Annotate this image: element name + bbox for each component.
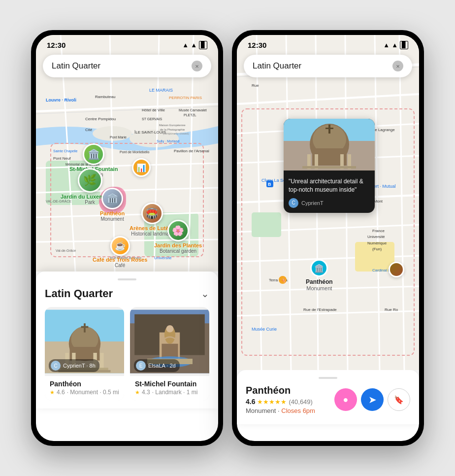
right-status-bar: 12:30 ▲ ▲ ▊ [237,35,419,52]
svg-text:Hôtel de Ville: Hôtel de Ville [142,108,165,112]
svg-text:(Fun): (Fun) [372,247,382,251]
right-close-icon: × [396,63,400,70]
jardin-marker-type: Botanical garden [160,248,196,254]
right-rating-count: (40,649) [289,398,312,406]
svg-text:(temporarily closed): (temporarily closed) [163,132,189,135]
directions-button[interactable]: ➤ [361,388,384,411]
fun-marker[interactable] [389,262,404,277]
svg-text:PERROTIN PARIS: PERROTIN PARIS [169,96,202,100]
right-status-icons: ▲ ▲ ▊ [383,41,408,49]
right-wifi-icon: ▲ [383,41,390,49]
svg-text:Sully · Morland: Sully · Morland [157,139,179,143]
right-search-bar[interactable]: Latin Quarter × [244,55,412,77]
right-pantheon-label: Panthéon Monument [306,278,333,291]
right-pantheon-type: Monument [306,285,333,291]
svg-text:Cité: Cité [85,128,93,132]
svg-text:Université: Université [367,235,385,239]
right-info-card: Panthéon 4.6 ★★★★★ (40,649) Monument · C… [237,370,419,424]
svg-text:Pavillon de l'Arsenal: Pavillon de l'Arsenal [174,149,209,153]
right-info-name: Panthéon [246,385,315,396]
svg-text:Pont de Montebello: Pont de Montebello [120,150,149,154]
svg-text:Rambuteau: Rambuteau [95,95,115,99]
left-cards-row: C CyprienT · 8h Panthéon ★ 4.6 · Monumen… [45,307,209,401]
pantheon-card[interactable]: C CyprienT · 8h Panthéon ★ 4.6 · Monumen… [45,307,124,401]
stmichel-card-meta: ★ 4.3 · Landmark · 1 mi [135,389,204,396]
svg-text:de la Photographie: de la Photographie [160,128,185,131]
svg-text:Louvre · Rivoli: Louvre · Rivoli [46,98,76,102]
pantheon-card-meta: ★ 4.6 · Monument · 0.5 mi [50,389,119,396]
svg-text:Numérique: Numérique [367,241,387,245]
stmichel-card[interactable]: E ElsaLA · 2d St-Michel Fountain ★ 4.3 ·… [130,307,209,401]
svg-text:Pont Neuf: Pont Neuf [53,156,71,161]
star-icon-2: ★ [135,389,140,396]
tooltip-text-area: "Unreal architectural detail & top-notch… [284,172,375,213]
right-rating-num: 4.6 [246,398,255,406]
right-info-handle [319,377,337,379]
svg-text:PLETZL: PLETZL [184,113,196,117]
elsa-avatar: E [136,361,146,371]
cafe-marker-name: Café des Trois Roses [93,257,147,263]
left-phone: Louvre · Rivoli Rambuteau LE MARAIS PERR… [31,30,223,446]
jardin-marker[interactable]: 🌸 Jardin des Plantes Botanical garden [154,220,202,254]
svg-rect-126 [302,166,356,169]
chevron-down-icon[interactable]: ⌄ [201,288,209,300]
signal-icon: ▲ [191,41,197,49]
pantheon-card-image: C CyprienT · 8h [45,307,124,376]
pantheon-rating: 4.6 [57,389,65,396]
left-close-button[interactable]: × [192,61,202,71]
right-signal-icon: ▲ [391,41,398,49]
right-close-button[interactable]: × [392,61,403,71]
directions-icon: ➤ [368,394,377,406]
right-battery-icon: ▊ [400,41,408,49]
tooltip-quote: "Unreal architectural detail & top-notch… [289,177,370,194]
jardin-marker-name: Jardin des Plantes [154,242,202,248]
left-pantheon-marker-name: Panthéon [100,210,125,216]
right-info-sub: Monument · Closes 6pm [246,407,315,414]
left-sheet-handle [118,278,136,280]
svg-rect-52 [84,323,86,332]
cafe-marker[interactable]: ☕ Café des Trois Roses Café [93,236,147,268]
svg-rect-53 [81,326,89,328]
right-pantheon-marker[interactable]: 🏛️ Panthéon Monument [306,259,333,291]
svg-text:Université: Université [154,256,172,260]
svg-text:Centre Pompidou: Centre Pompidou [85,117,116,121]
tooltip-avatar: C [289,198,298,208]
right-search-text: Latin Quarter [253,61,301,71]
right-stars: ★★★★★ [257,398,287,406]
pink-action-button[interactable]: ● [334,388,357,411]
cyprien-avatar: C [51,361,61,371]
right-info-header: Panthéon 4.6 ★★★★★ (40,649) Monument · C… [246,385,410,414]
elsa-name: ElsaLA · 2d [148,363,176,369]
left-status-time: 12:30 [47,41,65,49]
bookmark-button[interactable]: 🔖 [388,388,410,411]
left-pantheon-marker-type: Monument [100,216,124,222]
pantheon-card-user-badge: C CyprienT · 8h [49,359,99,372]
svg-text:Rue de l'Estrapade: Rue de l'Estrapade [303,307,337,312]
star-icon: ★ [50,389,55,396]
stmichel-card-image: E ElsaLA · 2d [130,307,209,376]
svg-text:Musée Carnavalet: Musée Carnavalet [179,108,207,112]
stmichel-rating: 4.3 [142,389,150,396]
left-pantheon-marker[interactable]: 🏛️ Panthéon Monument [100,188,125,222]
pink-action-icon: ● [343,395,349,405]
left-search-bar[interactable]: Latin Quarter × [43,55,211,77]
left-status-icons: ▲ ▲ ▊ [182,41,207,49]
svg-text:B: B [268,182,271,187]
right-category: Monument [246,407,276,414]
stmichel-card-info: St-Michel Fountain ★ 4.3 · Landmark · 1 … [130,376,209,401]
map-tooltip[interactable]: "Unreal architectural detail & top-notch… [284,119,375,213]
stmichel-category: · Landmark · 1 mi [152,389,198,396]
left-bottom-sheet: Latin Quarter ⌄ [36,272,218,408]
right-pantheon-dot: 🏛️ [310,259,328,277]
right-pantheon-name: Panthéon [306,278,333,285]
close-icon: × [195,63,199,70]
right-info-actions: ● ➤ 🔖 [334,388,410,411]
right-closes: Closes 6pm [281,407,315,414]
left-sheet-title: Latin Quarter [45,287,113,300]
stmichel-card-user-badge: E ElsaLA · 2d [134,359,180,372]
svg-text:Musée Curie: Musée Curie [252,327,277,332]
luxembourg-marker-type: Park [85,200,95,205]
svg-rect-128 [325,128,333,129]
left-status-bar: 12:30 ▲ ▲ ▊ [36,35,218,52]
orange-dot-marker[interactable]: 📊 [132,158,151,177]
